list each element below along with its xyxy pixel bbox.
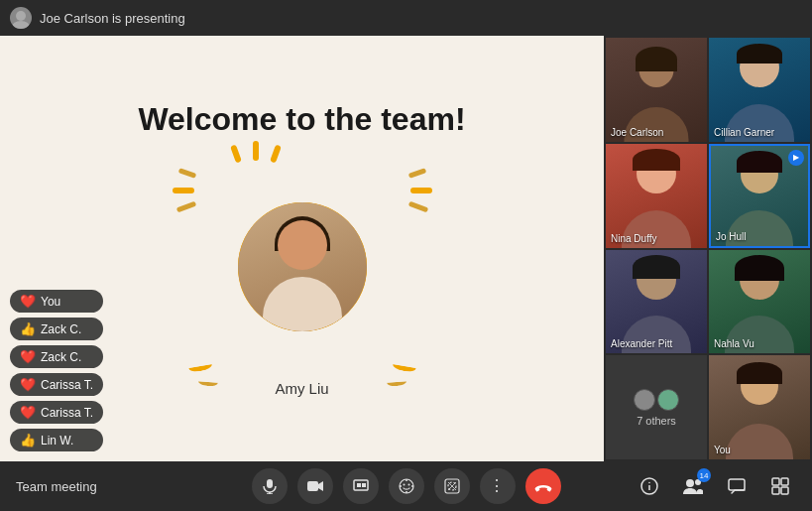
- activities-button[interactable]: [764, 470, 796, 502]
- bottom-bar: Team meeting: [0, 461, 812, 511]
- people-badge: 14: [697, 468, 711, 482]
- participant-name: Cillian Garner: [714, 127, 774, 138]
- top-bar: Joe Carlson is presenting: [0, 0, 812, 36]
- reactions-overlay: ❤️ You 👍 Zack C. ❤️ Zack C. ❤️ Carissa T…: [10, 290, 103, 451]
- participant-cell[interactable]: Alexander Pitt: [606, 250, 707, 354]
- reaction-pill: 👍 Lin W.: [10, 429, 103, 451]
- head: [278, 220, 327, 270]
- presenter-avatar: [10, 7, 32, 29]
- presentation-title: Welcome to the team!: [138, 101, 465, 138]
- effects-button[interactable]: [434, 468, 470, 504]
- more-options-button[interactable]: ⋮: [480, 468, 516, 504]
- presenter-circle: [238, 202, 367, 331]
- emoji-button[interactable]: [389, 468, 424, 504]
- svg-rect-7: [357, 483, 361, 487]
- participants-grid: Joe Carlson Cillian Garner Nina Duffy: [604, 36, 812, 461]
- amy-silhouette: [238, 202, 367, 331]
- reaction-pill: 👍 Zack C.: [10, 318, 103, 340]
- participant-cell-active[interactable]: ▶ Jo Hull: [709, 144, 810, 248]
- others-avatars: [634, 389, 679, 411]
- reaction-pill: ❤️ Carissa T.: [10, 401, 103, 424]
- reaction-name: Lin W.: [41, 434, 73, 447]
- reaction-emoji: ❤️: [20, 377, 36, 392]
- reaction-emoji: ❤️: [20, 294, 36, 309]
- presenter-label: Joe Carlson is presenting: [40, 11, 185, 26]
- presenter-name-label: Amy Liu: [275, 380, 328, 397]
- participant-name: Alexander Pitt: [611, 338, 672, 349]
- participant-cell[interactable]: Joe Carlson: [606, 38, 707, 142]
- speaking-badge: ▶: [788, 150, 804, 166]
- reaction-pill: ❤️ You: [10, 290, 103, 313]
- reaction-pill: ❤️ Carissa T.: [10, 373, 103, 396]
- svg-rect-25: [781, 487, 788, 494]
- reaction-name: Zack C.: [41, 322, 81, 336]
- camera-button[interactable]: [297, 468, 333, 504]
- others-label: 7 others: [637, 415, 676, 427]
- svg-point-11: [407, 484, 409, 486]
- present-button[interactable]: [343, 468, 379, 504]
- chat-button[interactable]: [721, 470, 753, 502]
- participant-name: Joe Carlson: [611, 127, 663, 138]
- reaction-pill: ❤️ Zack C.: [10, 345, 103, 368]
- reaction-name: Carissa T.: [41, 406, 93, 420]
- reaction-name: Zack C.: [41, 350, 81, 364]
- svg-point-19: [686, 479, 694, 487]
- svg-rect-8: [362, 483, 366, 487]
- svg-rect-21: [729, 479, 745, 490]
- body: [263, 277, 342, 331]
- reaction-emoji: ❤️: [20, 405, 36, 420]
- reaction-emoji: 👍: [20, 433, 36, 447]
- people-button[interactable]: 14: [677, 470, 709, 502]
- meeting-name: Team meeting: [16, 479, 97, 494]
- svg-rect-24: [772, 487, 779, 494]
- svg-point-9: [400, 479, 413, 493]
- end-call-button[interactable]: [525, 468, 561, 504]
- svg-rect-5: [307, 481, 318, 491]
- svg-point-1: [12, 21, 30, 29]
- reaction-name: Carissa T.: [41, 378, 93, 392]
- mini-avatar: [657, 389, 679, 411]
- info-button[interactable]: [634, 470, 665, 502]
- svg-rect-23: [781, 478, 788, 485]
- main-area: Welcome to the team!: [0, 36, 812, 461]
- you-cell[interactable]: You: [709, 355, 810, 459]
- microphone-button[interactable]: [252, 468, 288, 504]
- presenter-photo: [238, 202, 367, 331]
- toolbar-center: ⋮: [252, 468, 561, 504]
- participant-cell[interactable]: Nina Duffy: [606, 144, 707, 248]
- svg-point-0: [16, 11, 26, 21]
- others-cell[interactable]: 7 others: [606, 355, 707, 459]
- reaction-emoji: 👍: [20, 321, 36, 336]
- participant-cell[interactable]: Nahla Vu: [709, 250, 810, 354]
- svg-point-10: [403, 484, 405, 486]
- participant-name: Nina Duffy: [611, 233, 657, 244]
- participant-cell[interactable]: Cillian Garner: [709, 38, 810, 142]
- reaction-emoji: ❤️: [20, 349, 36, 364]
- svg-point-18: [648, 482, 650, 484]
- mini-avatar: [634, 389, 655, 411]
- toolbar-right: 14: [634, 470, 796, 502]
- svg-rect-22: [772, 478, 779, 485]
- you-label: You: [714, 445, 731, 455]
- reaction-name: You: [41, 295, 60, 309]
- svg-rect-2: [267, 479, 273, 488]
- participant-name: Jo Hull: [716, 231, 747, 242]
- participant-name: Nahla Vu: [714, 338, 754, 349]
